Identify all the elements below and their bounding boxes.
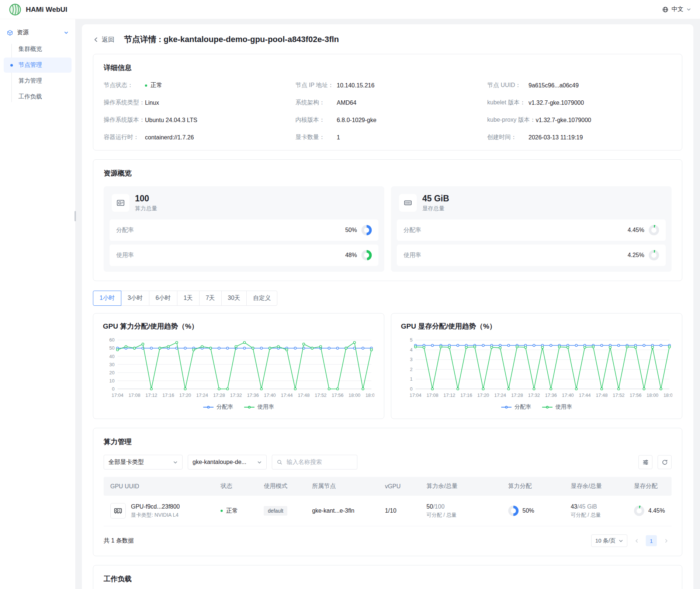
chart-legend: 分配率 使用率 [401, 403, 672, 410]
col-mem-alloc: 显存分配 [627, 477, 672, 496]
col-vgpu: vGPU [378, 477, 420, 496]
hami-logo-icon [9, 3, 21, 16]
top-header: HAMi WebUI 中文 [0, 0, 700, 19]
svg-text:17:32: 17:32 [230, 392, 242, 398]
svg-text:3: 3 [410, 357, 413, 362]
svg-text:50: 50 [109, 345, 114, 351]
sidebar-resize-handle[interactable] [74, 211, 76, 221]
sidebar-item-node-management[interactable]: 节点管理 [4, 58, 72, 73]
page-number[interactable]: 1 [646, 535, 657, 546]
memory-total-value: 45 GiB [422, 194, 449, 204]
svg-text:17:20: 17:20 [179, 392, 191, 398]
chevron-down-icon [173, 460, 178, 465]
chevron-down-icon [618, 538, 623, 543]
svg-text:17:16: 17:16 [460, 392, 472, 398]
gpu-node-cell: gke-kant...e-3fln [305, 496, 378, 526]
sidebar-item-compute-management[interactable]: 算力管理 [4, 73, 72, 89]
svg-text:17:24: 17:24 [494, 392, 506, 398]
svg-text:17:52: 17:52 [613, 392, 624, 398]
tab-30d[interactable]: 30天 [221, 291, 247, 306]
field-kernel-version: 内核版本： 6.8.0-1029-gke [295, 116, 480, 124]
svg-text:0: 0 [410, 386, 413, 392]
memory-usage-value: 4.25% [628, 252, 644, 259]
svg-text:17:28: 17:28 [213, 392, 225, 398]
svg-text:17:44: 17:44 [579, 392, 590, 398]
language-label: 中文 [672, 6, 683, 13]
app-root: HAMi WebUI 中文 资源 集群概览 节点管理 算力管 [0, 0, 700, 589]
details-grid: 节点状态： 正常 节点 IP 地址： 10.140.15.216 节点 UUID… [104, 82, 672, 141]
col-mode: 使用模式 [257, 477, 305, 496]
next-page-button[interactable] [661, 535, 672, 546]
status-ok-icon [221, 510, 223, 512]
node-select[interactable]: gke-kantaloupe-de... [188, 455, 267, 470]
page-size-select[interactable]: 10 条/页 [591, 534, 627, 547]
sidebar-item-workloads[interactable]: 工作负载 [4, 89, 72, 104]
app-title: HAMi WebUI [26, 6, 67, 14]
details-card: 详细信息 节点状态： 正常 节点 IP 地址： 10.140.15.216 [93, 54, 682, 150]
usage-donut [649, 250, 659, 260]
node-detail-panel: 返回 节点详情 : gke-kantaloupe-demo-gpu-pool-a… [82, 24, 693, 589]
legend-usage[interactable]: 使用率 [542, 403, 572, 410]
memory-total-label: 显存总量 [422, 205, 449, 212]
page-title: 节点详情 : gke-kantaloupe-demo-gpu-pool-a843… [124, 34, 339, 45]
svg-text:17:40: 17:40 [264, 392, 276, 398]
memory-trend-chart-title: GPU 显存分配/使用趋势（%） [401, 322, 672, 331]
col-status: 状态 [214, 477, 257, 496]
column-settings-button[interactable] [638, 455, 652, 469]
svg-text:30: 30 [109, 362, 114, 367]
gpu-type-select[interactable]: 全部显卡类型 [104, 455, 183, 470]
svg-text:17:16: 17:16 [162, 392, 174, 398]
compute-trend-line-chart: 010203040506017:0417:0817:1217:1617:2017… [103, 337, 374, 401]
legend-marker-icon [501, 405, 512, 409]
sidebar-menu: 集群概览 节点管理 算力管理 工作负载 [0, 42, 75, 104]
field-container-runtime: 容器运行时： containerd://1.7.26 [104, 134, 288, 141]
tab-3h[interactable]: 3小时 [121, 291, 149, 306]
gpu-search-input[interactable] [286, 458, 353, 466]
workloads-card: 工作负载 gke-kantaloupe-de... 全部状态 全部显卡 [93, 565, 682, 589]
language-selector[interactable]: 中文 [662, 6, 691, 13]
chevron-down-icon [64, 30, 69, 35]
tab-7d[interactable]: 7天 [199, 291, 222, 306]
gpu-table-row[interactable]: GPU-f9cd...23f800 显卡类型: NVIDIA L4 正常 [104, 496, 672, 526]
svg-text:17:08: 17:08 [426, 392, 438, 398]
tab-1d[interactable]: 1天 [177, 291, 200, 306]
refresh-button[interactable] [658, 455, 672, 469]
compute-management-title: 算力管理 [104, 437, 672, 447]
gpu-type-sub: 显卡类型: NVIDIA L4 [131, 512, 180, 519]
col-mem-free-total: 显存余/总量 [564, 477, 627, 496]
mode-badge: default [264, 506, 287, 516]
legend-marker-icon [203, 405, 214, 409]
back-arrow-icon [93, 37, 99, 43]
legend-usage[interactable]: 使用率 [244, 403, 274, 410]
svg-text:18:00: 18:00 [349, 392, 360, 398]
chevron-down-icon [686, 7, 691, 12]
brand: HAMi WebUI [9, 3, 67, 16]
legend-allocation[interactable]: 分配率 [501, 403, 531, 410]
back-button[interactable]: 返回 [93, 35, 114, 44]
svg-text:20: 20 [109, 370, 114, 375]
compute-total-value: 100 [135, 194, 157, 204]
compute-usage-row: 使用率 48% [110, 245, 378, 266]
memory-trend-line-chart: 01234517:0417:0817:1217:1617:2017:2417:2… [401, 337, 672, 401]
resource-overview-card: 资源概览 100 算力总量 [93, 159, 682, 281]
prev-page-button[interactable] [631, 535, 642, 546]
legend-allocation[interactable]: 分配率 [203, 403, 233, 410]
allocation-donut [649, 225, 659, 235]
svg-text:18:04: 18:04 [663, 392, 672, 398]
details-title: 详细信息 [104, 63, 672, 73]
status-text: 正常 [150, 82, 162, 89]
workloads-title: 工作负载 [104, 574, 672, 584]
svg-text:1: 1 [410, 376, 413, 382]
gpu-chip-icon [112, 194, 129, 212]
gpu-table: GPU UUID 状态 使用模式 所属节点 vGPU 算力余/总量 算力分配 显… [104, 477, 672, 526]
tab-6h[interactable]: 6小时 [149, 291, 177, 306]
memory-icon [399, 194, 417, 212]
gpu-search-box [272, 455, 357, 470]
compute-total-card: 100 算力总量 分配率 50% 使用率 [104, 186, 384, 272]
gpu-name: GPU-f9cd...23f800 [131, 503, 180, 510]
sidebar-group-resources[interactable]: 资源 [0, 25, 75, 40]
tab-custom[interactable]: 自定义 [246, 291, 277, 306]
tab-1h[interactable]: 1小时 [93, 291, 121, 306]
sidebar-item-cluster-overview[interactable]: 集群概览 [4, 42, 72, 57]
svg-text:17:48: 17:48 [298, 392, 309, 398]
